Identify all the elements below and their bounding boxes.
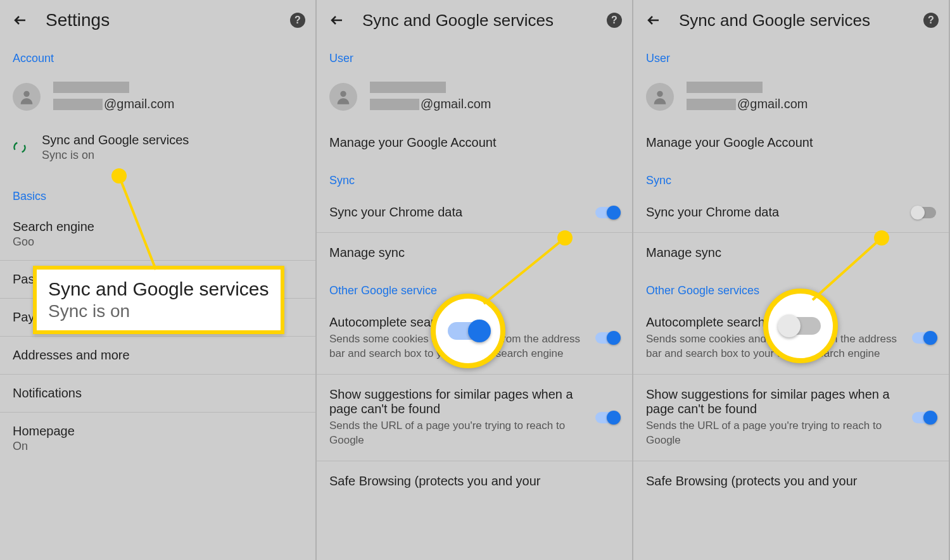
svg-point-4 [657,90,662,96]
suggestions-desc: Sends the URL of a page you're trying to… [329,419,588,448]
panel-sync-off: Sync and Google services ? User @gmail.c… [633,0,950,560]
profile-row[interactable]: @gmail.com [317,70,632,123]
manage-account-row[interactable]: Manage your Google Account [633,123,949,163]
profile-row[interactable]: @gmail.com [0,70,315,123]
sync-chrome-data-label: Sync your Chrome data [646,205,904,220]
help-icon[interactable]: ? [607,13,622,28]
safe-browsing-label: Safe Browsing (protects you and your [329,474,612,488]
page-title: Sync and Google services [679,11,923,30]
suggestions-label: Show suggestions for similar pages when … [646,387,904,416]
panel-settings: Settings ? Account @gmail.com Sync and G… [0,0,317,560]
highlight-dot [874,230,889,246]
suggestions-row[interactable]: Show suggestions for similar pages when … [317,374,632,461]
zoom-toggle-inner [780,317,821,335]
profile-text: @gmail.com [370,82,491,111]
search-engine-label: Search engine [13,220,303,234]
redacted-name [370,82,446,93]
email-domain: @gmail.com [421,97,491,111]
homepage-row[interactable]: Homepage On [0,412,315,464]
section-sync: Sync [317,163,632,192]
svg-point-0 [23,90,29,96]
sync-chrome-toggle[interactable] [912,207,936,218]
help-icon[interactable]: ? [923,13,939,28]
sync-icon [13,140,27,154]
redacted-name [53,82,129,93]
section-user: User [633,40,949,70]
back-icon[interactable] [13,13,28,28]
sync-chrome-toggle[interactable] [595,207,619,218]
callout-title: Sync and Google services [48,278,269,300]
safe-browsing-row[interactable]: Safe Browsing (protects you and your [317,461,632,501]
page-title: Settings [46,10,290,30]
redacted-username [687,99,736,110]
suggestions-desc: Sends the URL of a page you're trying to… [646,419,904,448]
header: Settings ? [0,0,315,40]
search-engine-row[interactable]: Search engine Goo [0,208,315,260]
email-domain: @gmail.com [104,97,174,111]
email-domain: @gmail.com [737,97,808,111]
sync-title: Sync and Google services [42,133,189,147]
section-account: Account [0,40,315,70]
safe-browsing-label: Safe Browsing (protects you and your [646,474,928,488]
sync-chrome-data-row[interactable]: Sync your Chrome data [633,192,949,232]
manage-sync-label: Manage sync [646,246,928,260]
suggestions-row[interactable]: Show suggestions for similar pages when … [633,374,949,461]
suggestions-toggle[interactable] [912,412,936,423]
addresses-label: Addresses and more [13,348,303,363]
section-user: User [317,40,632,70]
manage-account-label: Manage your Google Account [646,135,928,150]
help-icon[interactable]: ? [290,13,305,28]
zoom-toggle-off [763,289,838,363]
page-title: Sync and Google services [362,11,607,30]
highlight-dot [557,230,573,246]
callout-sub: Sync is on [48,301,269,321]
autocomplete-toggle[interactable] [912,332,936,344]
panel-sync-on: Sync and Google services ? User @gmail.c… [317,0,633,560]
avatar [646,83,674,111]
svg-point-2 [340,90,346,96]
addresses-row[interactable]: Addresses and more [0,336,315,374]
sync-chrome-data-label: Sync your Chrome data [329,205,588,220]
profile-row[interactable]: @gmail.com [633,70,949,123]
manage-sync-label: Manage sync [329,246,612,260]
safe-browsing-row[interactable]: Safe Browsing (protects you and your [633,461,949,501]
section-basics: Basics [0,178,315,208]
zoom-toggle-inner [448,322,488,340]
manage-sync-row[interactable]: Manage sync [633,232,949,273]
suggestions-label: Show suggestions for similar pages when … [329,387,588,416]
manage-sync-row[interactable]: Manage sync [317,232,632,273]
redacted-name [687,82,763,93]
avatar [329,83,357,111]
redacted-username [370,99,419,110]
suggestions-toggle[interactable] [595,412,619,423]
profile-text: @gmail.com [687,82,808,111]
section-sync: Sync [633,163,949,192]
sync-chrome-data-row[interactable]: Sync your Chrome data [317,192,632,232]
redacted-username [53,99,103,110]
autocomplete-toggle[interactable] [595,332,619,344]
sync-sub: Sync is on [42,149,189,162]
profile-text: @gmail.com [53,82,174,111]
header: Sync and Google services ? [633,0,949,40]
callout-sync: Sync and Google services Sync is on [33,266,284,334]
back-icon[interactable] [329,13,345,28]
homepage-value: On [13,440,303,453]
notifications-row[interactable]: Notifications [0,374,315,412]
zoom-toggle-on [431,294,505,368]
manage-account-row[interactable]: Manage your Google Account [317,123,632,163]
notifications-label: Notifications [13,386,303,401]
search-engine-value: Goo [13,235,303,249]
back-icon[interactable] [646,13,661,28]
homepage-label: Homepage [13,424,303,439]
header: Sync and Google services ? [317,0,632,40]
manage-account-label: Manage your Google Account [329,135,612,150]
avatar [13,83,41,111]
sync-services-row[interactable]: Sync and Google services Sync is on [0,123,315,172]
highlight-dot [111,168,127,184]
